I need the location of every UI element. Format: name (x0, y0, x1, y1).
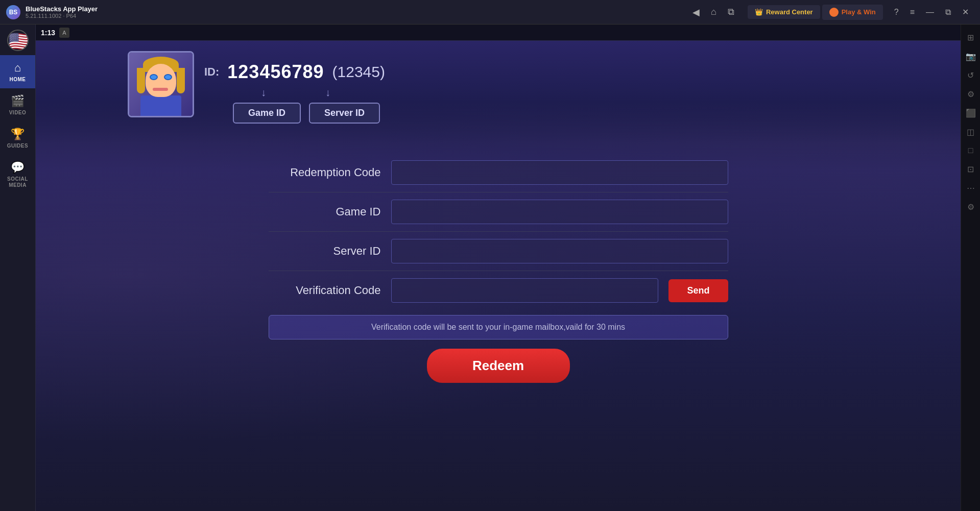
sidebar-guides-label: GUIDES (7, 143, 28, 149)
sidebar-item-social[interactable]: 💬 SOCIAL MEDIA (0, 155, 35, 194)
verification-code-label: Verification Code (269, 284, 381, 297)
time-icon: A (59, 28, 69, 38)
orange-circle-icon (829, 8, 839, 17)
reward-center-label: Reward Center (766, 8, 813, 16)
id-label: ID: (204, 65, 219, 79)
right-panel-btn-6[interactable]: ◫ (961, 124, 980, 140)
redemption-code-input[interactable] (391, 160, 728, 185)
character-avatar-img (128, 51, 194, 117)
right-panel-btn-2[interactable]: 📷 (961, 48, 980, 64)
char-id-number: 123456789 (227, 61, 324, 83)
play-win-button[interactable]: Play & Win (822, 5, 883, 20)
time-bar: 1:13 A (36, 25, 961, 41)
app-logo: BS (6, 5, 20, 19)
flag-icon[interactable]: 🇺🇸 (7, 30, 29, 51)
info-banner-text: Verification code will be sent to your i… (371, 323, 625, 331)
sidebar-item-home[interactable]: ⌂ HOME (0, 55, 35, 88)
content-wrapper: 🇺🇸 ⌂ HOME 🎬 VIDEO 🏆 GUIDES 💬 SOCIAL MEDI… (0, 25, 980, 511)
server-id-label: Server ID (269, 245, 381, 258)
app-version: 5.21.111.1002 · P64 (26, 13, 679, 19)
sidebar-video-label: VIDEO (9, 110, 27, 115)
nav-buttons: ◀ ⌂ ⧉ (689, 5, 737, 20)
window-controls: ? ≡ — ⧉ ✕ (889, 5, 974, 19)
app-name-area: BlueStacks App Player 5.21.111.1002 · P6… (26, 5, 679, 19)
send-button[interactable]: Send (668, 279, 728, 302)
char-server-number: (12345) (332, 63, 385, 81)
game-content: ID: 123456789 (12345) ↓ ↓ Game ID Server… (36, 41, 961, 511)
sidebar-home-label: HOME (10, 77, 26, 82)
right-panel-btn-1[interactable]: ⊞ (961, 30, 980, 45)
server-id-button[interactable]: Server ID (309, 103, 380, 124)
nav-history-button[interactable]: ⧉ (725, 5, 737, 20)
redemption-code-row: Redemption Code (269, 153, 728, 192)
character-avatar (128, 51, 194, 117)
close-button[interactable]: ✕ (957, 5, 974, 19)
game-id-arrow-down: ↓ (233, 87, 294, 99)
minimize-button[interactable]: — (921, 5, 939, 19)
nav-back-button[interactable]: ◀ (689, 5, 703, 20)
play-win-label: Play & Win (842, 8, 876, 16)
reward-center-button[interactable]: 👑 Reward Center (748, 5, 820, 19)
game-id-row: Game ID (269, 192, 728, 232)
main-game-area: 1:13 A (36, 25, 961, 511)
right-panel-btn-3[interactable]: ↺ (961, 67, 980, 83)
game-id-label: Game ID (269, 205, 381, 218)
redemption-code-label: Redemption Code (269, 166, 381, 179)
arrows-row: ↓ ↓ (204, 87, 385, 99)
verification-code-input[interactable] (391, 278, 659, 303)
crown-icon: 👑 (755, 8, 763, 16)
right-panel-btn-8[interactable]: ⊡ (961, 161, 980, 177)
title-bar: BS BlueStacks App Player 5.21.111.1002 ·… (0, 0, 980, 25)
id-buttons-row: Game ID Server ID (204, 103, 385, 124)
server-id-input[interactable] (391, 239, 728, 263)
redeem-button[interactable]: Redeem (427, 349, 570, 383)
game-id-input[interactable] (391, 200, 728, 224)
help-button[interactable]: ? (889, 5, 904, 19)
title-right-actions: 👑 Reward Center Play & Win ? ≡ — ⧉ ✕ (748, 5, 974, 20)
chat-icon: 💬 (11, 161, 25, 174)
info-banner: Verification code will be sent to your i… (269, 315, 728, 339)
sidebar-item-video[interactable]: 🎬 VIDEO (0, 88, 35, 121)
trophy-icon: 🏆 (11, 128, 25, 141)
home-icon: ⌂ (14, 61, 21, 75)
right-panel-btn-config[interactable]: ⚙ (961, 199, 980, 215)
restore-button[interactable]: ⧉ (940, 5, 956, 19)
right-panel-btn-7[interactable]: □ (961, 143, 980, 158)
app-name: BlueStacks App Player (26, 5, 98, 13)
right-panel-btn-5[interactable]: ⬛ (961, 105, 980, 121)
server-id-arrow-down: ↓ (302, 87, 353, 99)
sidebar-social-label: SOCIAL MEDIA (0, 176, 35, 188)
redemption-form: Redemption Code Game ID Server ID Verifi… (36, 153, 961, 511)
menu-button[interactable]: ≡ (905, 5, 920, 19)
right-panel-btn-4[interactable]: ⚙ (961, 86, 980, 102)
right-panel: ⊞ 📷 ↺ ⚙ ⬛ ◫ □ ⊡ ⋯ ⚙ (961, 25, 980, 511)
game-id-button[interactable]: Game ID (233, 103, 301, 124)
right-panel-btn-more[interactable]: ⋯ (961, 180, 980, 196)
character-info: ID: 123456789 (12345) ↓ ↓ Game ID Server… (204, 51, 385, 124)
nav-home-button[interactable]: ⌂ (708, 5, 720, 20)
time-display: 1:13 (41, 29, 55, 37)
video-icon: 🎬 (11, 94, 25, 108)
sidebar: 🇺🇸 ⌂ HOME 🎬 VIDEO 🏆 GUIDES 💬 SOCIAL MEDI… (0, 25, 36, 511)
char-id-row: ID: 123456789 (12345) (204, 61, 385, 83)
character-header: ID: 123456789 (12345) ↓ ↓ Game ID Server… (36, 41, 961, 143)
sidebar-item-guides[interactable]: 🏆 GUIDES (0, 121, 35, 155)
verification-code-row: Verification Code Send (269, 271, 728, 310)
server-id-row: Server ID (269, 232, 728, 271)
